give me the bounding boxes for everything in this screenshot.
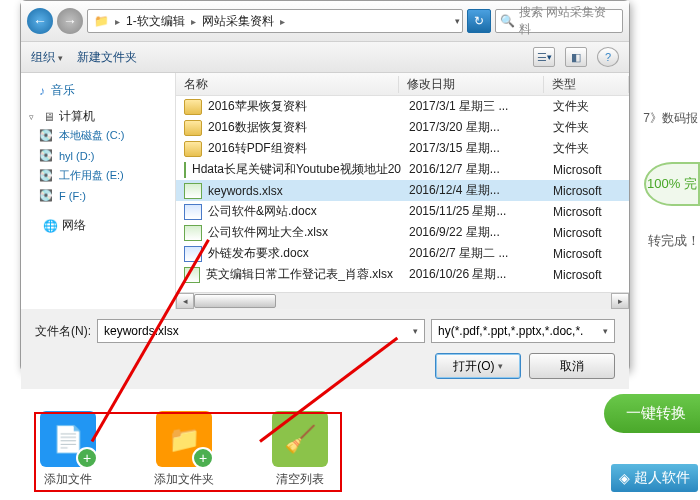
folder-icon xyxy=(184,99,202,115)
file-row[interactable]: 公司软件网址大全.xlsx2016/9/22 星期...Microsoft xyxy=(176,222,629,243)
filename-input[interactable]: keywords.xlsx▾ xyxy=(97,319,425,343)
file-row[interactable]: Hdata长尾关键词和Youtube视频地址20...2016/12/7 星期.… xyxy=(176,159,629,180)
sidebar-label: 工作用盘 (E:) xyxy=(59,168,124,183)
sidebar-label: 计算机 xyxy=(59,108,95,125)
xlsx-icon xyxy=(184,183,202,199)
music-icon: ♪ xyxy=(39,84,45,98)
body-area: ♪音乐 ▿🖥计算机 💽本地磁盘 (C:) 💽hyl (D:) 💽工作用盘 (E:… xyxy=(21,73,629,309)
organize-menu[interactable]: 组织 xyxy=(31,49,63,66)
file-date: 2017/3/20 星期... xyxy=(401,119,545,136)
column-header-date[interactable]: 修改日期 xyxy=(399,76,544,93)
help-button[interactable]: ? xyxy=(597,47,619,67)
file-type: Microsoft xyxy=(545,247,629,261)
cancel-button[interactable]: 取消 xyxy=(529,353,615,379)
dialog-footer: 文件名(N): keywords.xlsx▾ hy(*.pdf,*.ppt,*.… xyxy=(21,309,629,389)
file-row[interactable]: 外链发布要求.docx2016/2/7 星期二 ...Microsoft xyxy=(176,243,629,264)
scroll-thumb[interactable] xyxy=(194,294,276,308)
column-header-name[interactable]: 名称 xyxy=(176,76,399,93)
brand-text: 超人软件 xyxy=(634,469,690,487)
file-date: 2016/10/26 星期... xyxy=(401,266,545,283)
brand-logo: ◈超人软件 xyxy=(611,464,698,492)
new-folder-button[interactable]: 新建文件夹 xyxy=(77,49,137,66)
file-name: 公司软件&网站.docx xyxy=(208,203,317,220)
filetype-filter-select[interactable]: hy(*.pdf,*.ppt,*.pptx,*.doc,*.▾ xyxy=(431,319,615,343)
column-header-row: 名称 修改日期 类型 xyxy=(176,73,629,96)
progress-badge: 100% 完 xyxy=(644,162,700,206)
file-name: 2016转PDF组资料 xyxy=(208,140,307,157)
sidebar-label: 网络 xyxy=(62,217,86,234)
file-name: Hdata长尾关键词和Youtube视频地址20... xyxy=(192,161,401,178)
path-bar[interactable]: 📁 ▸ 1-软文编辑 ▸ 网站采集资料 ▸ ▾ xyxy=(87,9,463,33)
sidebar-item-network[interactable]: 🌐网络 xyxy=(21,217,175,234)
path-seg-2[interactable]: 网站采集资料 xyxy=(198,11,278,32)
file-row[interactable]: keywords.xlsx2016/12/4 星期...Microsoft xyxy=(176,180,629,201)
preview-pane-button[interactable]: ◧ xyxy=(565,47,587,67)
sidebar-item-computer[interactable]: ▿🖥计算机 xyxy=(21,108,175,125)
chevron-down-icon[interactable]: ▾ xyxy=(455,16,460,26)
file-row[interactable]: 2016苹果恢复资料2017/3/1 星期三 ...文件夹 xyxy=(176,96,629,117)
bottom-icon-bar: 📄+ 添加文件 📁+ 添加文件夹 🧹 清空列表 xyxy=(40,411,328,488)
file-list[interactable]: 2016苹果恢复资料2017/3/1 星期三 ...文件夹2016数据恢复资料2… xyxy=(176,96,629,292)
file-type: Microsoft xyxy=(545,184,629,198)
broom-icon: 🧹 xyxy=(284,424,316,455)
computer-icon: 🖥 xyxy=(43,110,55,124)
horizontal-scrollbar[interactable]: ◂ ▸ xyxy=(176,292,629,309)
nav-back-button[interactable]: ← xyxy=(27,8,53,34)
scroll-track[interactable] xyxy=(194,294,611,308)
docx-icon xyxy=(184,204,202,220)
nav-forward-button[interactable]: → xyxy=(57,8,83,34)
file-list-pane: 名称 修改日期 类型 2016苹果恢复资料2017/3/1 星期三 ...文件夹… xyxy=(176,73,629,309)
chevron-right-icon: ▸ xyxy=(191,16,196,27)
clear-list-button[interactable]: 🧹 清空列表 xyxy=(272,411,328,488)
file-name: 公司软件网址大全.xlsx xyxy=(208,224,328,241)
search-icon: 🔍 xyxy=(500,14,515,28)
file-date: 2016/2/7 星期二 ... xyxy=(401,245,545,262)
file-name: 2016苹果恢复资料 xyxy=(208,98,307,115)
add-folder-button[interactable]: 📁+ 添加文件夹 xyxy=(154,411,214,488)
refresh-button[interactable]: ↻ xyxy=(467,9,491,33)
file-type: Microsoft xyxy=(545,226,629,240)
file-date: 2017/3/15 星期... xyxy=(401,140,545,157)
background-text: 7》数码报 xyxy=(643,110,698,127)
chevron-down-icon[interactable]: ▾ xyxy=(413,326,418,336)
scroll-right-button[interactable]: ▸ xyxy=(611,293,629,309)
plus-icon: + xyxy=(192,447,214,469)
file-type: Microsoft xyxy=(545,205,629,219)
nav-row: ← → 📁 ▸ 1-软文编辑 ▸ 网站采集资料 ▸ ▾ ↻ 🔍 搜索 网站采集资… xyxy=(21,1,629,41)
convert-button[interactable]: 一键转换 xyxy=(604,394,700,433)
sidebar-label: 本地磁盘 (C:) xyxy=(59,128,124,143)
file-date: 2016/12/7 星期... xyxy=(401,161,545,178)
xlsx-icon xyxy=(184,225,202,241)
path-icon: 📁 xyxy=(90,12,113,30)
column-header-type[interactable]: 类型 xyxy=(544,76,629,93)
file-type: 文件夹 xyxy=(545,140,629,157)
file-date: 2016/12/4 星期... xyxy=(401,182,545,199)
sidebar-item-drive-e[interactable]: 💽工作用盘 (E:) xyxy=(21,165,175,186)
scroll-left-button[interactable]: ◂ xyxy=(176,293,194,309)
sidebar-item-drive-d[interactable]: 💽hyl (D:) xyxy=(21,146,175,165)
xlsx-icon xyxy=(184,267,200,283)
chevron-down-icon: ▾ xyxy=(603,326,608,336)
open-button[interactable]: 打开(O) ▾ xyxy=(435,353,521,379)
file-row[interactable]: 公司软件&网站.docx2015/11/25 星期...Microsoft xyxy=(176,201,629,222)
filter-value: hy(*.pdf,*.ppt,*.pptx,*.doc,*. xyxy=(438,324,583,338)
add-file-button[interactable]: 📄+ 添加文件 xyxy=(40,411,96,488)
sidebar-item-drive-c[interactable]: 💽本地磁盘 (C:) xyxy=(21,125,175,146)
drive-icon: 💽 xyxy=(39,129,53,142)
sidebar-item-music[interactable]: ♪音乐 xyxy=(21,79,175,102)
file-row[interactable]: 2016转PDF组资料2017/3/15 星期...文件夹 xyxy=(176,138,629,159)
filename-value: keywords.xlsx xyxy=(104,324,179,338)
toolbar: 组织 新建文件夹 ☰▾ ◧ ? xyxy=(21,41,629,73)
file-row[interactable]: 2016数据恢复资料2017/3/20 星期...文件夹 xyxy=(176,117,629,138)
docx-icon xyxy=(184,246,202,262)
file-date: 2015/11/25 星期... xyxy=(401,203,545,220)
file-name: 英文编辑日常工作登记表_肖蓉.xlsx xyxy=(206,266,393,283)
sidebar-item-drive-f[interactable]: 💽F (F:) xyxy=(21,186,175,205)
network-icon: 🌐 xyxy=(43,219,58,233)
file-open-dialog: ← → 📁 ▸ 1-软文编辑 ▸ 网站采集资料 ▸ ▾ ↻ 🔍 搜索 网站采集资… xyxy=(20,0,630,372)
file-row[interactable]: 英文编辑日常工作登记表_肖蓉.xlsx2016/10/26 星期...Micro… xyxy=(176,264,629,285)
path-seg-1[interactable]: 1-软文编辑 xyxy=(122,11,189,32)
search-input[interactable]: 🔍 搜索 网站采集资料 xyxy=(495,9,623,33)
button-label: 打开(O) xyxy=(453,358,494,375)
view-options-button[interactable]: ☰▾ xyxy=(533,47,555,67)
